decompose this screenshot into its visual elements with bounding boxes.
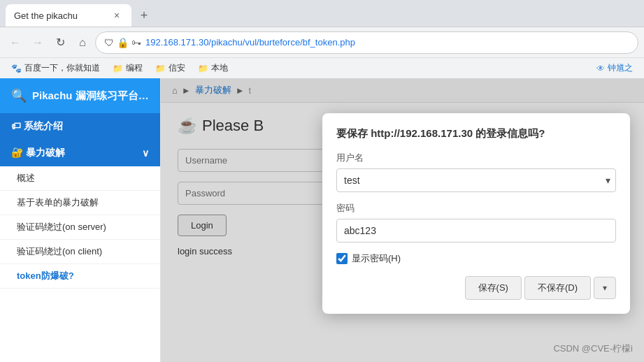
sidebar-section-intro-label: 🏷 系统介绍 <box>11 120 63 133</box>
chevron-down-icon: ∨ <box>142 147 149 159</box>
sidebar: 🔍 Pikachu 漏洞练习平台 pika~ 🏷 系统介绍 🔐 暴力破解 ∨ 概… <box>0 78 161 362</box>
key-icon: 🗝 <box>131 37 141 48</box>
back-button[interactable]: ← <box>6 33 25 52</box>
reload-button[interactable]: ↻ <box>50 33 70 52</box>
folder-icon-2: 📁 <box>155 64 166 73</box>
eye-icon: 👁 <box>596 64 605 73</box>
sidebar-item-captcha-server[interactable]: 验证码绕过(on server) <box>0 215 160 240</box>
save-credentials-modal: 要保存 http://192.168.171.30 的登录信息吗? 用户名 ▾ … <box>322 113 630 314</box>
new-tab-button[interactable]: + <box>134 6 154 25</box>
folder-icon: 📁 <box>113 64 123 73</box>
active-tab[interactable]: Get the pikachu × <box>6 4 131 27</box>
sidebar-item-label: token防爆破? <box>17 270 74 281</box>
bookmark-label: 本地 <box>211 62 228 74</box>
show-password-row: 显示密码(H) <box>336 252 616 265</box>
sidebar-section-bruteforce[interactable]: 🔐 暴力破解 ∨ <box>0 140 160 166</box>
password-input-wrapper <box>336 219 616 242</box>
tab-close-button[interactable]: × <box>110 9 123 22</box>
modal-password-input[interactable] <box>336 219 616 242</box>
sidebar-item-label: 概述 <box>17 173 35 183</box>
modal-more-options-button[interactable]: ▾ <box>594 277 616 299</box>
sidebar-item-label: 验证码绕过(on client) <box>17 246 102 256</box>
bookmark-label: 钟馗之 <box>608 62 633 74</box>
bookmark-label: 信安 <box>169 62 185 74</box>
sidebar-item-form-bruteforce[interactable]: 基于表单的暴力破解 <box>0 191 160 215</box>
bookmark-local[interactable]: 📁 本地 <box>192 61 234 75</box>
password-label: 密码 <box>336 202 616 215</box>
sidebar-section-bruteforce-label: 🔐 暴力破解 <box>11 147 65 159</box>
bookmarks-bar: 🐾 百度一下，你就知道 📁 编程 📁 信安 📁 本地 👁 钟馗之 <box>0 57 644 78</box>
tab-title: Get the pikachu <box>14 10 105 21</box>
modal-title: 要保存 http://192.168.171.30 的登录信息吗? <box>336 127 616 140</box>
sidebar-item-label: 验证码绕过(on server) <box>17 222 106 232</box>
nav-bar: ← → ↻ ⌂ 🛡 🔒 🗝 192.168.171.30/pikachu/vul… <box>0 27 644 57</box>
modal-username-input[interactable] <box>336 168 616 192</box>
username-input-wrapper: ▾ <box>336 168 616 192</box>
modal-actions: 保存(S) 不保存(D) ▾ <box>336 276 616 300</box>
username-label: 用户名 <box>336 152 616 164</box>
folder-icon-3: 📁 <box>198 64 208 73</box>
tab-bar: Get the pikachu × + <box>0 0 644 27</box>
sidebar-header-title: Pikachu 漏洞练习平台 pika~ <box>32 89 149 103</box>
nosave-button[interactable]: 不保存(D) <box>524 276 591 300</box>
bookmark-security[interactable]: 📁 信安 <box>150 61 191 75</box>
show-password-checkbox[interactable] <box>336 253 348 264</box>
sidebar-header-icon: 🔍 <box>11 88 27 103</box>
lock-icon: 🔒 <box>117 37 129 48</box>
address-bar-icons: 🛡 🔒 🗝 <box>104 37 141 48</box>
sidebar-item-overview[interactable]: 概述 <box>0 166 160 191</box>
show-password-label[interactable]: 显示密码(H) <box>352 252 401 265</box>
sidebar-item-captcha-client[interactable]: 验证码绕过(on client) <box>0 240 160 264</box>
sidebar-section-intro[interactable]: 🏷 系统介绍 <box>0 113 160 140</box>
sidebar-item-label: 基于表单的暴力破解 <box>17 197 99 208</box>
username-dropdown-icon[interactable]: ▾ <box>606 175 610 186</box>
sidebar-item-token[interactable]: token防爆破? <box>0 264 160 289</box>
main-content: ⌂ ► 暴力破解 ► t ☕ Please B Login <box>161 78 644 362</box>
address-text: 192.168.171.30/pikachu/vul/burteforce/bf… <box>145 37 629 48</box>
forward-button[interactable]: → <box>28 33 48 52</box>
bookmark-label: 百度一下，你就知道 <box>24 62 100 74</box>
home-button[interactable]: ⌂ <box>73 33 92 52</box>
bookmark-zhongkui[interactable]: 👁 钟馗之 <box>591 61 638 75</box>
save-button[interactable]: 保存(S) <box>465 276 522 300</box>
shield-icon: 🛡 <box>104 37 114 48</box>
baidu-icon: 🐾 <box>11 64 22 73</box>
page-area: 🔍 Pikachu 漏洞练习平台 pika~ 🏷 系统介绍 🔐 暴力破解 ∨ 概… <box>0 78 644 362</box>
sidebar-header: 🔍 Pikachu 漏洞练习平台 pika~ <box>0 78 160 113</box>
bookmark-programming[interactable]: 📁 编程 <box>107 61 148 75</box>
address-bar[interactable]: 🛡 🔒 🗝 192.168.171.30/pikachu/vul/burtefo… <box>95 31 638 54</box>
dropdown-arrow-icon: ▾ <box>603 283 607 293</box>
bookmark-label: 编程 <box>126 62 143 74</box>
bookmark-baidu[interactable]: 🐾 百度一下，你就知道 <box>6 61 106 75</box>
